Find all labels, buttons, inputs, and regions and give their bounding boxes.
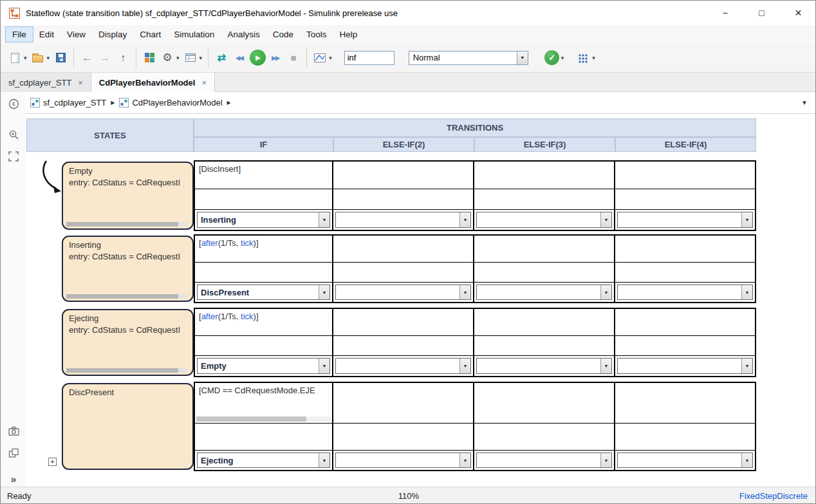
action-cell[interactable]	[615, 263, 755, 283]
transition-cell-if[interactable]: [after(1/Ts, tick)] DiscPresent ▼	[194, 234, 333, 303]
transition-cell-elseif3[interactable]: ▼	[473, 382, 615, 471]
viewmarks-button[interactable]	[7, 447, 20, 460]
close-tab-icon[interactable]: ×	[201, 78, 207, 88]
menu-code[interactable]: Code	[266, 27, 300, 42]
transition-cell-elseif2[interactable]: ▼	[332, 382, 474, 471]
zoom-button[interactable]	[7, 128, 20, 141]
transition-cell-elseif4[interactable]: ▼	[614, 308, 756, 377]
state-hscrollbar[interactable]	[66, 294, 187, 299]
close-button[interactable]: ×	[780, 1, 816, 25]
condition-cell[interactable]	[333, 383, 473, 424]
action-cell[interactable]	[195, 263, 332, 283]
destination-dropdown[interactable]: ▼	[476, 453, 612, 468]
condition-cell[interactable]	[333, 309, 473, 336]
tab-sf-cdplayer-stt[interactable]: sf_cdplayer_STT ×	[1, 73, 91, 92]
screenshot-button[interactable]	[7, 424, 20, 437]
dropdown-arrow-icon[interactable]: ▼	[600, 212, 611, 227]
transition-cell-elseif2[interactable]: ▼	[332, 308, 474, 377]
action-cell[interactable]	[474, 336, 614, 356]
new-model-dropdown-caret[interactable]: ▾	[24, 55, 27, 61]
maximize-button[interactable]: □	[743, 1, 780, 25]
action-cell[interactable]	[333, 263, 473, 283]
new-model-button[interactable]	[6, 49, 23, 67]
condition-cell[interactable]	[474, 383, 614, 424]
stop-button[interactable]: ■	[285, 49, 302, 67]
transition-cell-elseif2[interactable]: ▼	[332, 160, 474, 231]
run-button[interactable]: ▶	[249, 49, 266, 67]
scrollbar-thumb[interactable]	[66, 294, 178, 299]
destination-dropdown[interactable]: ▼	[476, 285, 612, 300]
data-inspector-button[interactable]	[311, 49, 328, 67]
state-hscrollbar[interactable]	[66, 222, 187, 227]
more-tools-button[interactable]: »	[7, 473, 20, 486]
default-transition-arrow[interactable]	[37, 158, 64, 198]
condition-cell[interactable]	[615, 236, 755, 263]
menu-chart[interactable]: Chart	[133, 27, 167, 42]
scrollbar-thumb[interactable]	[66, 368, 178, 373]
condition-cell[interactable]	[615, 383, 755, 424]
dropdown-arrow-icon[interactable]: ▼	[319, 285, 329, 299]
condition-cell[interactable]: [after(1/Ts, tick)]	[195, 236, 332, 263]
action-cell[interactable]	[474, 424, 614, 451]
open-dropdown-caret[interactable]: ▾	[47, 55, 50, 61]
dropdown-arrow-icon[interactable]: ▼	[459, 285, 470, 299]
back-button[interactable]: ←	[79, 49, 95, 67]
condition-cell[interactable]	[474, 236, 614, 263]
destination-dropdown[interactable]: ▼	[476, 358, 612, 374]
dropdown-arrow-icon[interactable]: ▼	[741, 285, 752, 299]
scrollbar-thumb[interactable]	[66, 222, 178, 227]
menu-display[interactable]: Display	[92, 27, 133, 42]
dropdown-arrow-icon[interactable]: ▼	[459, 212, 470, 227]
menu-view[interactable]: View	[60, 27, 92, 42]
condition-hscrollbar[interactable]	[196, 416, 331, 422]
minimize-button[interactable]: −	[707, 1, 743, 25]
action-cell[interactable]	[195, 336, 332, 356]
expand-rows-button[interactable]: +	[48, 458, 57, 466]
dropdown-arrow-icon[interactable]: ▼	[741, 212, 752, 227]
transition-cell-elseif3[interactable]: ▼	[473, 308, 615, 377]
destination-dropdown[interactable]: ▼	[335, 285, 471, 300]
build-dropdown-caret[interactable]: ▾	[592, 55, 595, 61]
destination-dropdown[interactable]: Empty ▼	[197, 358, 330, 374]
menu-edit[interactable]: Edit	[33, 27, 60, 42]
condition-cell[interactable]	[333, 236, 473, 263]
hide-explorer-button[interactable]	[7, 97, 20, 110]
scrollbar-thumb[interactable]	[196, 416, 306, 422]
model-explorer-dropdown-caret[interactable]: ▾	[199, 55, 203, 61]
settings-dropdown-caret[interactable]: ▾	[176, 55, 180, 61]
dropdown-arrow-icon[interactable]: ▼	[517, 51, 528, 64]
model-advisor-dropdown-caret[interactable]: ▾	[561, 55, 564, 61]
dropdown-arrow-icon[interactable]: ▼	[741, 359, 752, 373]
menu-simulation[interactable]: Simulation	[167, 27, 221, 42]
destination-dropdown[interactable]: ▼	[335, 453, 471, 468]
condition-cell[interactable]: [CMD == CdRequestMode.EJE	[195, 383, 332, 424]
dropdown-arrow-icon[interactable]: ▼	[319, 212, 329, 227]
breadcrumb-item-chart[interactable]: CdPlayerBehaviorModel	[119, 98, 222, 107]
forward-button[interactable]: →	[97, 49, 113, 67]
action-cell[interactable]	[195, 424, 332, 451]
action-cell[interactable]	[474, 189, 614, 210]
state-hscrollbar[interactable]	[66, 368, 187, 373]
fit-to-view-button[interactable]	[7, 150, 20, 163]
action-cell[interactable]	[615, 336, 755, 356]
model-explorer-button[interactable]	[182, 49, 199, 67]
stop-time-input[interactable]	[344, 51, 394, 65]
menu-help[interactable]: Help	[333, 27, 364, 42]
state-ejecting[interactable]: Ejecting entry: CdStatus = CdRequestI	[62, 309, 194, 376]
refresh-button[interactable]: ⇄	[213, 49, 230, 67]
destination-dropdown[interactable]: ▼	[617, 453, 753, 468]
action-cell[interactable]	[195, 189, 332, 210]
dropdown-arrow-icon[interactable]: ▼	[741, 453, 752, 467]
destination-dropdown[interactable]: Inserting ▼	[197, 212, 330, 228]
dropdown-arrow-icon[interactable]: ▼	[600, 359, 611, 373]
destination-dropdown[interactable]: ▼	[335, 358, 471, 374]
destination-dropdown[interactable]: ▼	[617, 212, 753, 228]
action-cell[interactable]	[474, 263, 614, 283]
tab-cdplayerbehaviormodel[interactable]: CdPlayerBehaviorModel ×	[91, 73, 215, 92]
step-back-button[interactable]: ◀◀	[231, 49, 248, 67]
breadcrumb-item-model[interactable]: sf_cdplayer_STT	[30, 98, 106, 107]
model-advisor-button[interactable]: ✓	[544, 49, 561, 67]
action-cell[interactable]	[615, 424, 755, 451]
transition-cell-elseif3[interactable]: ▼	[473, 234, 615, 303]
condition-cell[interactable]	[615, 309, 755, 336]
